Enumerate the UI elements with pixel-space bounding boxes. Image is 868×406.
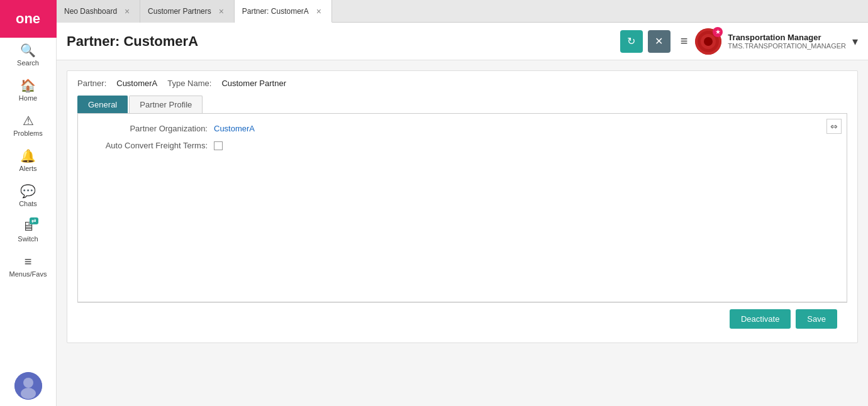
tab-close-customer-partners[interactable]: × <box>216 6 226 16</box>
sidebar-label-home: Home <box>19 94 37 102</box>
type-name-label: Type Name: <box>167 79 211 88</box>
user-dropdown-icon[interactable]: ▾ <box>852 35 858 48</box>
sidebar-label-chats: Chats <box>19 200 37 207</box>
main-content: Neo Dashboard × Customer Partners × Part… <box>57 0 868 406</box>
svg-point-1 <box>23 378 33 388</box>
close-icon: ✕ <box>655 35 663 47</box>
user-role: TMS.TRANSPORTATION_MANAGER <box>728 42 846 50</box>
warning-icon: ⚠ <box>23 114 34 127</box>
sidebar-label-search: Search <box>17 59 39 67</box>
logo-text: one <box>16 11 40 27</box>
form-tabs: General Partner Profile <box>77 96 847 114</box>
tab-close-neo-dashboard[interactable]: × <box>122 6 132 16</box>
auto-convert-checkbox[interactable] <box>214 141 223 150</box>
record-meta: Partner: CustomerA Type Name: Customer P… <box>77 79 847 88</box>
partner-value: CustomerA <box>116 79 157 88</box>
user-star-badge: ★ <box>713 27 723 37</box>
refresh-button[interactable]: ↻ <box>620 30 643 53</box>
content-area: Partner: CustomerA Type Name: Customer P… <box>57 60 868 406</box>
tab-partner-profile-label: Partner Profile <box>140 100 192 109</box>
app-logo[interactable]: one <box>0 0 57 38</box>
type-name-value: Customer Partner <box>221 79 286 88</box>
tab-label-customer-partners: Customer Partners <box>148 7 211 16</box>
sidebar-label-menus-favs: Menus/Favs <box>9 270 47 278</box>
partner-org-label: Partner Organization: <box>88 124 214 133</box>
refresh-icon: ↻ <box>627 35 635 47</box>
sidebar-item-problems[interactable]: ⚠ Problems <box>0 108 56 143</box>
record-card: Partner: CustomerA Type Name: Customer P… <box>67 70 858 343</box>
partner-org-field: Partner Organization: CustomerA <box>88 124 837 133</box>
sidebar-item-menus-favs[interactable]: ≡ Menus/Favs <box>0 249 56 284</box>
sidebar-item-alerts[interactable]: 🔔 Alerts <box>0 143 56 178</box>
tab-label-partner-customera: Partner: CustomerA <box>242 7 309 16</box>
user-area: ★ Transportation Manager TMS.TRANSPORTAT… <box>695 28 858 55</box>
search-icon: 🔍 <box>20 44 36 57</box>
partner-org-value[interactable]: CustomerA <box>214 124 255 133</box>
chat-icon: 💬 <box>20 185 36 197</box>
sidebar-item-search[interactable]: 🔍 Search <box>0 38 56 73</box>
user-info: Transportation Manager TMS.TRANSPORTATIO… <box>728 33 846 50</box>
user-avatar-sidebar[interactable] <box>14 372 42 400</box>
user-avatar-wrap: ★ <box>695 28 721 55</box>
deactivate-button[interactable]: Deactivate <box>730 309 791 329</box>
svg-point-6 <box>704 37 713 46</box>
page-title: Partner: CustomerA <box>67 33 620 50</box>
sidebar-label-switch: Switch <box>18 235 38 243</box>
user-name: Transportation Manager <box>728 33 846 42</box>
hamburger-icon[interactable]: ≡ <box>681 34 688 48</box>
sidebar: one 🔍 Search 🏠 Home ⚠ Problems 🔔 Alerts … <box>0 0 57 406</box>
switch-icon: 🖥 ⇄ <box>22 220 35 233</box>
page-header: Partner: CustomerA ↻ ✕ ≡ ★ <box>57 23 868 60</box>
home-icon: 🏠 <box>20 79 36 92</box>
save-button[interactable]: Save <box>796 309 837 329</box>
sidebar-item-switch[interactable]: 🖥 ⇄ Switch <box>0 214 56 249</box>
tab-neo-dashboard[interactable]: Neo Dashboard × <box>57 0 140 23</box>
sidebar-label-alerts: Alerts <box>19 165 36 172</box>
sidebar-item-chats[interactable]: 💬 Chats <box>0 178 56 214</box>
tab-bar: Neo Dashboard × Customer Partners × Part… <box>57 0 868 23</box>
tab-partner-customera[interactable]: Partner: CustomerA × <box>235 0 332 23</box>
expand-button[interactable]: ⇔ <box>826 119 842 134</box>
tab-panel-general: ⇔ Partner Organization: CustomerA Auto C… <box>77 114 847 302</box>
close-button[interactable]: ✕ <box>648 30 670 53</box>
bell-icon: 🔔 <box>20 150 36 162</box>
header-actions: ↻ ✕ ≡ <box>620 30 688 53</box>
sidebar-item-home[interactable]: 🏠 Home <box>0 73 56 108</box>
tab-general-label: General <box>88 100 117 109</box>
auto-convert-field: Auto Convert Freight Terms: <box>88 141 837 150</box>
menu-icon: ≡ <box>25 255 32 268</box>
tab-close-partner-customera[interactable]: × <box>314 6 324 16</box>
svg-point-2 <box>21 388 36 399</box>
switch-badge: ⇄ <box>30 217 38 224</box>
sidebar-label-problems: Problems <box>13 129 42 137</box>
tab-label-neo-dashboard: Neo Dashboard <box>64 7 117 16</box>
form-footer: Deactivate Save <box>77 302 847 335</box>
partner-label: Partner: <box>77 79 106 88</box>
auto-convert-label: Auto Convert Freight Terms: <box>88 141 214 150</box>
tab-general[interactable]: General <box>77 96 128 113</box>
tab-customer-partners[interactable]: Customer Partners × <box>140 0 235 23</box>
tab-partner-profile[interactable]: Partner Profile <box>129 96 203 113</box>
